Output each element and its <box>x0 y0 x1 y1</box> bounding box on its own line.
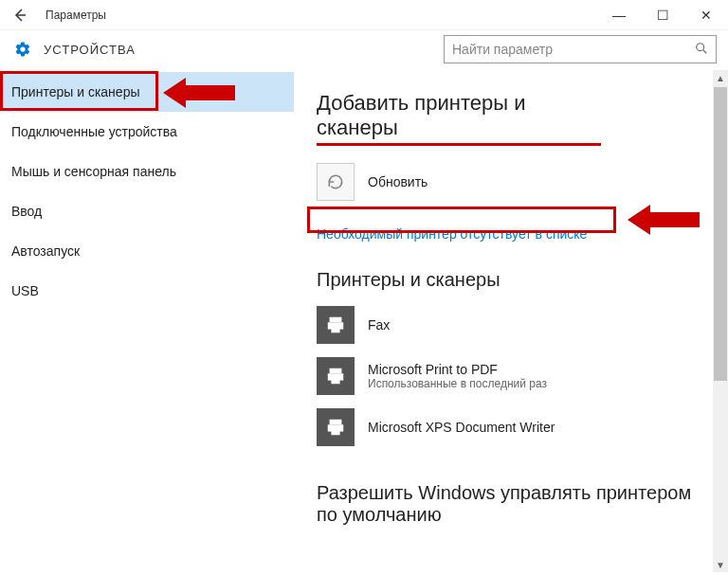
annotation-box-2 <box>307 207 616 233</box>
sidebar-item-autoplay[interactable]: Автозапуск <box>0 231 294 271</box>
sidebar-item-label: Подключенные устройства <box>11 124 177 139</box>
scroll-down-icon[interactable]: ▼ <box>713 557 728 572</box>
svg-line-1 <box>703 49 707 53</box>
svg-rect-10 <box>331 430 339 436</box>
printer-icon <box>317 357 355 395</box>
refresh-icon <box>326 172 345 191</box>
maximize-button[interactable]: ☐ <box>641 0 684 30</box>
annotation-box-1 <box>0 71 158 111</box>
printer-item-fax[interactable]: Fax <box>317 306 709 344</box>
printer-subtitle: Использованные в последний раз <box>368 377 547 390</box>
sidebar-item-typing[interactable]: Ввод <box>0 191 294 231</box>
printer-item-xps[interactable]: Microsoft XPS Document Writer <box>317 408 709 446</box>
sidebar-item-connected-devices[interactable]: Подключенные устройства <box>0 112 294 152</box>
sidebar-item-label: Ввод <box>11 204 42 219</box>
search-input[interactable] <box>452 42 695 57</box>
gear-icon <box>13 40 32 59</box>
printers-heading: Принтеры и сканеры <box>317 269 709 291</box>
printer-list: Fax Microsoft Print to PDF Использованны… <box>317 306 709 446</box>
printer-name: Fax <box>368 317 390 332</box>
close-button[interactable]: ✕ <box>684 0 728 30</box>
page-header: УСТРОЙСТВА <box>0 30 728 68</box>
sidebar: Принтеры и сканеры Подключенные устройст… <box>0 68 294 575</box>
sidebar-item-label: Мышь и сенсорная панель <box>11 164 176 179</box>
svg-rect-5 <box>330 368 342 374</box>
scrollbar[interactable]: ▲ ▼ <box>713 70 728 572</box>
titlebar: Параметры — ☐ ✕ <box>0 0 728 30</box>
printer-name: Microsoft XPS Document Writer <box>368 420 555 435</box>
sidebar-item-label: Автозапуск <box>11 243 80 259</box>
refresh-row: Обновить <box>317 163 709 201</box>
sidebar-item-usb[interactable]: USB <box>0 271 294 311</box>
svg-point-0 <box>697 43 704 50</box>
add-printers-heading: Добавить принтеры и сканеры <box>317 91 601 146</box>
printer-name: Microsoft Print to PDF <box>368 362 547 377</box>
minimize-button[interactable]: — <box>597 0 641 30</box>
svg-rect-7 <box>331 379 339 385</box>
refresh-button[interactable] <box>317 163 355 201</box>
page-title: УСТРОЙСТВА <box>44 43 136 57</box>
back-button[interactable] <box>0 0 40 30</box>
arrow-left-icon <box>12 8 27 23</box>
svg-rect-8 <box>330 420 342 425</box>
refresh-label: Обновить <box>368 174 428 189</box>
printer-icon <box>317 408 355 446</box>
search-icon <box>695 42 708 58</box>
window-controls: — ☐ ✕ <box>597 0 728 30</box>
window-title: Параметры <box>46 9 106 22</box>
scroll-up-icon[interactable]: ▲ <box>713 70 728 85</box>
sidebar-item-mouse[interactable]: Мышь и сенсорная панель <box>0 152 294 191</box>
content: Принтеры и сканеры Подключенные устройст… <box>0 68 728 575</box>
main-panel: Добавить принтеры и сканеры Обновить Нео… <box>294 68 728 575</box>
scroll-thumb[interactable] <box>714 87 727 381</box>
svg-rect-4 <box>331 328 339 333</box>
default-printer-heading: Разрешить Windows управлять принтером по… <box>317 482 709 526</box>
sidebar-item-label: USB <box>11 283 39 298</box>
printer-icon <box>317 306 355 344</box>
search-box[interactable] <box>444 35 717 63</box>
printer-item-pdf[interactable]: Microsoft Print to PDF Использованные в … <box>317 357 709 395</box>
svg-rect-2 <box>330 317 342 323</box>
